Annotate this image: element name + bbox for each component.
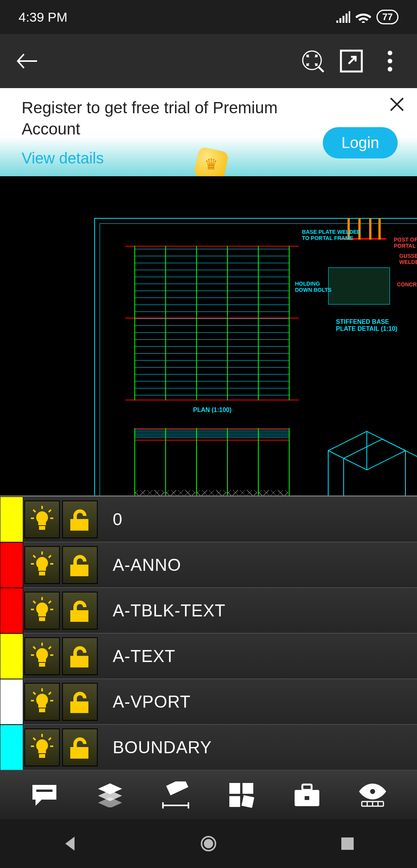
layer-row[interactable]: 0: [0, 497, 417, 542]
svg-point-2: [388, 51, 392, 55]
layer-lock-toggle[interactable]: [62, 683, 98, 721]
layer-lock-toggle[interactable]: [62, 592, 98, 630]
bottom-toolbar: [0, 770, 417, 819]
svg-rect-16: [241, 795, 254, 808]
app-bar: [0, 34, 417, 88]
detail-title: STIFFENED BASEPLATE DETAIL (1:10): [336, 318, 397, 332]
layer-row[interactable]: A-TBLK-TEXT: [0, 588, 417, 633]
svg-point-4: [388, 67, 392, 71]
note-concrete: CONCRE: [397, 281, 417, 288]
layer-name-label: 0: [113, 510, 122, 529]
layer-name-label: A-TEXT: [113, 647, 175, 666]
layer-lock-toggle[interactable]: [62, 637, 98, 675]
nav-recent[interactable]: [324, 832, 371, 855]
layer-name-label: A-VPORT: [113, 692, 191, 711]
layer-visibility-toggle[interactable]: [24, 728, 60, 766]
layer-row[interactable]: A-VPORT: [0, 679, 417, 725]
note-baseplate: BASE PLATE WELDEDTO PORTAL FRAME: [302, 229, 361, 241]
back-button[interactable]: [12, 46, 42, 77]
layer-name-label: BOUNDARY: [113, 738, 212, 757]
svg-rect-9: [39, 708, 45, 712]
measure-tool[interactable]: [156, 776, 195, 814]
zoom-extents-button[interactable]: [297, 46, 328, 77]
comment-tool[interactable]: [25, 776, 64, 814]
svg-point-22: [205, 840, 212, 848]
visual-style-tool[interactable]: [353, 776, 392, 814]
svg-rect-12: [168, 781, 187, 794]
fullscreen-button[interactable]: [336, 46, 367, 77]
clock: 4:39 PM: [19, 10, 68, 25]
svg-rect-11: [36, 790, 53, 792]
layer-color-swatch[interactable]: [0, 725, 23, 770]
svg-rect-5: [39, 526, 45, 530]
layer-visibility-toggle[interactable]: [24, 683, 60, 721]
status-icons: 77: [336, 10, 398, 24]
login-button[interactable]: Login: [323, 127, 398, 158]
layer-visibility-toggle[interactable]: [24, 546, 60, 584]
svg-rect-8: [39, 663, 45, 667]
svg-rect-23: [341, 837, 354, 850]
layer-color-swatch[interactable]: [0, 542, 23, 588]
svg-rect-15: [229, 796, 240, 807]
nav-home[interactable]: [185, 832, 232, 855]
status-bar: 4:39 PM 77: [0, 0, 417, 34]
layer-visibility-toggle[interactable]: [24, 592, 60, 630]
svg-rect-10: [39, 754, 45, 758]
svg-rect-6: [39, 572, 45, 575]
premium-banner: Register to get free trial of Premium Ac…: [0, 88, 417, 176]
layers-tool[interactable]: [91, 776, 129, 814]
svg-rect-14: [242, 783, 253, 794]
layers-panel: 0 A-ANNO A-TBLK-TEXT A-TEXT A-VPORT BOUN…: [0, 495, 417, 770]
layer-visibility-toggle[interactable]: [24, 500, 60, 538]
more-menu-button[interactable]: [375, 46, 405, 77]
svg-rect-18: [302, 785, 312, 790]
layer-color-swatch[interactable]: [0, 588, 23, 633]
layer-color-swatch[interactable]: [0, 679, 23, 725]
plan-view: document.write(Array.from({length:22},(_…: [134, 246, 290, 400]
layer-lock-toggle[interactable]: [62, 546, 98, 584]
svg-point-3: [388, 59, 392, 63]
battery-indicator: 77: [376, 10, 398, 24]
layer-color-swatch[interactable]: [0, 497, 23, 542]
svg-point-0: [303, 51, 321, 70]
layer-color-swatch[interactable]: [0, 633, 23, 679]
note-holding: HOLDINGDOWN BOLTS: [295, 281, 332, 293]
svg-point-20: [369, 788, 376, 795]
layer-row[interactable]: A-TEXT: [0, 633, 417, 679]
baseplate-detail: [340, 238, 386, 261]
banner-title: Register to get free trial of Premium Ac…: [22, 97, 315, 140]
close-banner-button[interactable]: [388, 96, 405, 114]
wifi-icon: [356, 11, 371, 23]
android-nav-bar: [0, 819, 417, 868]
layer-row[interactable]: A-ANNO: [0, 542, 417, 588]
layer-row[interactable]: BOUNDARY: [0, 725, 417, 770]
plan-label: PLAN (1:100): [193, 407, 232, 414]
svg-rect-13: [229, 783, 240, 794]
svg-rect-7: [39, 617, 45, 621]
view-details-link[interactable]: View details: [22, 150, 104, 167]
nav-back[interactable]: [46, 832, 93, 855]
toolbox-tool[interactable]: [288, 776, 326, 814]
layer-visibility-toggle[interactable]: [24, 637, 60, 675]
layer-lock-toggle[interactable]: [62, 728, 98, 766]
note-gusset: GUSSEWELDE: [399, 253, 417, 265]
foundation-block: [328, 267, 390, 305]
layer-lock-toggle[interactable]: [62, 500, 98, 538]
blocks-tool[interactable]: [222, 776, 261, 814]
note-post: POST OF SPORTAL FR: [394, 237, 417, 249]
svg-rect-19: [305, 796, 309, 800]
layer-name-label: A-TBLK-TEXT: [113, 601, 225, 620]
layer-name-label: A-ANNO: [113, 555, 181, 575]
cell-signal-icon: [336, 11, 350, 23]
